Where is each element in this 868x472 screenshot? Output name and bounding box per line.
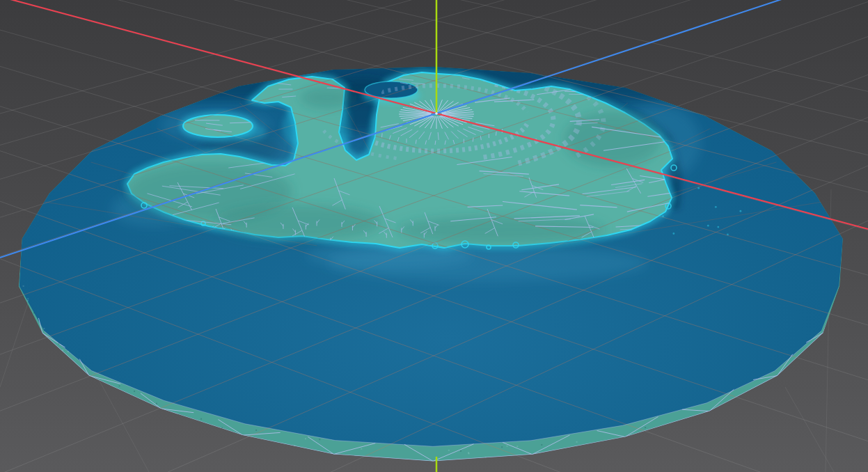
world-origin-point — [435, 112, 438, 115]
3d-viewport[interactable] — [0, 0, 868, 472]
viewport-canvas[interactable] — [0, 0, 868, 472]
